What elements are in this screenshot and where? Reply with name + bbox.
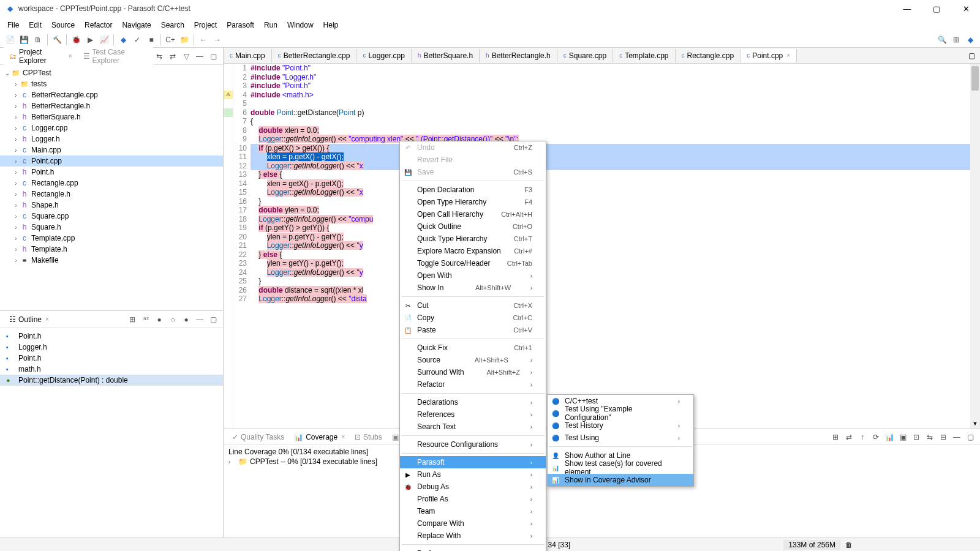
code-line-7[interactable]: {	[251, 117, 980, 126]
editor-tab-Template-cpp[interactable]: cTemplate.cpp	[613, 49, 675, 62]
ctx-cut[interactable]: ✂CutCtrl+X	[400, 299, 546, 312]
test-case-explorer-tab[interactable]: ☰ Test Case Explorer	[78, 45, 153, 67]
tree-file-Template-h[interactable]: ›hTemplate.h	[0, 244, 223, 255]
forward-icon[interactable]: →	[211, 34, 224, 46]
close-icon[interactable]: ×	[69, 53, 72, 59]
tree-file-Makefile[interactable]: ›≡Makefile	[0, 255, 223, 266]
code-line-20[interactable]: ylen = p.getY() - getY();	[251, 233, 980, 242]
save-icon[interactable]: 💾	[18, 34, 30, 46]
panel-tool-0[interactable]: ⊞	[829, 431, 842, 443]
static-icon[interactable]: ●	[180, 313, 192, 326]
menu-window[interactable]: Window	[282, 19, 318, 31]
az-icon[interactable]: ᵃᶻ	[140, 313, 152, 326]
ctx-team[interactable]: Team›	[400, 505, 546, 517]
code-line-10[interactable]: if (p.getX() > getX()) {	[251, 144, 980, 153]
ctx-test-using[interactable]: 🔵Test Using›	[548, 432, 693, 444]
panel-tab-coverage[interactable]: 📊Coverage×	[289, 431, 350, 443]
panel-tool-3[interactable]: ⟳	[870, 431, 882, 443]
code-line-9[interactable]: Logger::getInfoLogger() << "computing xl…	[251, 135, 980, 144]
code-line-8[interactable]: double xlen = 0.0;	[251, 126, 980, 135]
outline-include[interactable]: ▪math.h	[0, 364, 223, 375]
gc-icon[interactable]: 🗑	[840, 541, 858, 549]
project-root[interactable]: ⌄📁CPPTest	[0, 67, 223, 78]
parasoft-perspective-icon[interactable]: ◆	[964, 34, 976, 46]
outline-include[interactable]: ▪Point.h	[0, 331, 223, 342]
ctx-test-using-example-configuration-[interactable]: 🔵Test Using "Example Configuration"	[548, 407, 693, 419]
ctx-surround-with[interactable]: Surround WithAlt+Shift+Z›	[400, 366, 546, 378]
new-icon[interactable]: 📄	[4, 34, 16, 46]
build-icon[interactable]: 🔨	[51, 34, 63, 46]
ctx-debug-as[interactable]: 🐞Debug As›	[400, 481, 546, 493]
panel-tool-6[interactable]: ⊡	[910, 431, 922, 443]
menu-help[interactable]: Help	[318, 19, 344, 31]
code-line-5[interactable]	[251, 99, 980, 108]
editor-tab-Logger-cpp[interactable]: cLogger.cpp	[356, 49, 411, 62]
sort-icon[interactable]: ⊞	[126, 313, 138, 326]
menu-search[interactable]: Search	[156, 19, 189, 31]
outline-method[interactable]: ●Point::getDistance(Point) : double	[0, 375, 223, 386]
ctx-declarations[interactable]: Declarations›	[400, 396, 546, 408]
maximize-pane-icon[interactable]: ▢	[207, 50, 219, 62]
maximize-button[interactable]: ▢	[927, 2, 946, 15]
ctx-open-with[interactable]: Open With›	[400, 269, 546, 282]
context-menu[interactable]: ↶UndoCtrl+ZRevert File💾SaveCtrl+SOpen De…	[399, 141, 546, 551]
tree-file-Point-h[interactable]: ›hPoint.h	[0, 167, 223, 178]
code-line-21[interactable]: Logger::getInfoLogger() << "y nce())" <<…	[251, 241, 980, 250]
vertical-scrollbar[interactable]: ▲ ▼	[970, 64, 980, 429]
group-icon[interactable]: —	[194, 313, 206, 326]
tree-file-Rectangle-h[interactable]: ›hRectangle.h	[0, 189, 223, 200]
perspective-icon[interactable]: ⊞	[950, 34, 962, 46]
hide-icon[interactable]: ●	[153, 313, 165, 326]
code-line-23[interactable]: ylen = getY() - p.getY();	[251, 259, 980, 268]
tree-file-BetterRectangle-cpp[interactable]: ›cBetterRectangle.cpp	[0, 89, 223, 100]
scroll-thumb[interactable]	[971, 66, 979, 91]
ctx-resource-configurations[interactable]: Resource Configurations›	[400, 438, 546, 451]
ctx-replace-with[interactable]: Replace With›	[400, 530, 546, 542]
profile-icon[interactable]: 📈	[98, 34, 110, 46]
ctx-run-as[interactable]: ▶Run As›	[400, 468, 546, 481]
code-line-2[interactable]: #include "Logger.h"	[251, 73, 980, 82]
parasoft-submenu[interactable]: 🔵C/C++test›🔵Test Using "Example Configur…	[547, 394, 694, 487]
outline-include[interactable]: ▪Point.h	[0, 353, 223, 364]
editor-tab-Square-cpp[interactable]: cSquare.cpp	[557, 49, 613, 62]
ctx-show-in[interactable]: Show InAlt+Shift+W›	[400, 282, 546, 294]
panel-tab-quality tasks[interactable]: ✓Quality Tasks	[227, 431, 289, 443]
max2-icon[interactable]: ▢	[207, 313, 219, 326]
code-editor[interactable]: ⚠ 12345678910111213141516171819202122232…	[224, 64, 980, 429]
tree-file-Template-cpp[interactable]: ›cTemplate.cpp	[0, 233, 223, 244]
menu-parasoft[interactable]: Parasoft	[222, 19, 259, 31]
ctx-test-history[interactable]: 🔵Test History›	[548, 419, 693, 432]
tree-file-BetterSquare-h[interactable]: ›hBetterSquare.h	[0, 111, 223, 122]
ctx-show-test-case-s-for-covered-element[interactable]: 📊Show test case(s) for covered element	[548, 462, 693, 474]
minimize-pane-icon[interactable]: —	[194, 50, 206, 62]
filter-icon[interactable]: ▽	[180, 50, 192, 62]
editor-tab-Main-cpp[interactable]: cMain.cpp	[224, 49, 272, 62]
ctx-profile-as[interactable]: Profile As›	[400, 493, 546, 505]
ctx-copy[interactable]: 📄CopyCtrl+C	[400, 312, 546, 324]
close-button[interactable]: ✕	[957, 2, 975, 15]
search-icon[interactable]: 🔍	[936, 34, 948, 46]
code-line-22[interactable]: } else {	[251, 250, 980, 260]
code-line-11[interactable]: xlen = p.getX() - getX();	[251, 152, 980, 162]
menu-navigate[interactable]: Navigate	[117, 19, 156, 31]
expand-icon[interactable]: ›	[228, 459, 236, 465]
test-icon[interactable]: ✓	[131, 34, 143, 46]
menu-project[interactable]: Project	[189, 19, 222, 31]
project-tree[interactable]: ⌄📁CPPTest›📁tests›cBetterRectangle.cpp›hB…	[0, 65, 223, 310]
code-line-18[interactable]: Logger::getInfoLogger() << "compu ())" <…	[251, 215, 980, 224]
tree-file-Main-cpp[interactable]: ›cMain.cpp	[0, 144, 223, 156]
panel-tool-9[interactable]: —	[951, 431, 963, 443]
link-icon[interactable]: ⇄	[167, 50, 179, 62]
debug-icon[interactable]: 🐞	[70, 34, 82, 46]
maximize-editor-icon[interactable]: ▢	[963, 49, 980, 62]
editor-tab-Rectangle-cpp[interactable]: cRectangle.cpp	[676, 49, 741, 62]
code-line-12[interactable]: Logger::getInfoLogger() << "x nce())" <<…	[251, 162, 980, 171]
panel-tool-5[interactable]: ▣	[897, 431, 909, 443]
menu-refactor[interactable]: Refactor	[80, 19, 117, 31]
ctx-open-type-hierarchy[interactable]: Open Type HierarchyF4	[400, 196, 546, 208]
code-line-6[interactable]: double Point::getDistance(Point p)	[251, 108, 980, 118]
filter2-icon[interactable]: ○	[167, 313, 179, 326]
ctx-references[interactable]: References›	[400, 408, 546, 421]
stop-icon[interactable]: ■	[145, 34, 157, 46]
run-icon[interactable]: ▶	[84, 34, 96, 46]
